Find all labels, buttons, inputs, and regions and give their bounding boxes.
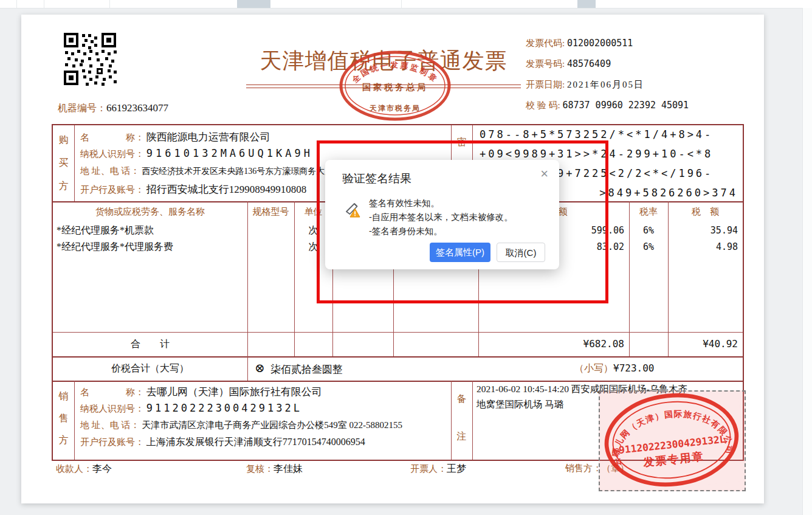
invoice-date-row: 开票日期: 2021年06月05日 [526, 79, 644, 91]
remark-side-label: 注 [451, 430, 472, 443]
invoice-check-row: 校 验 码: 68737 09960 22392 45091 [526, 100, 689, 111]
toolbar-separator [109, 0, 110, 8]
remark-side-label: 备 [451, 393, 472, 406]
seller-address-value: 天津市武清区京津电子商务产业园综合办公楼549室 022-58802155 [142, 420, 402, 430]
seller-bank-value: 上海浦东发展银行天津浦顺支行77170154740006954 [146, 437, 365, 447]
invoice-number-value: 48576409 [567, 58, 611, 69]
buyer-name-row: 名 称： 陕西能源电力运营有限公司 [80, 130, 270, 144]
buyer-name-label: 名 称： [80, 133, 144, 142]
divider [472, 381, 473, 460]
col-header-name: 货物或应税劳务、服务名称 [53, 206, 247, 218]
invoice-code-value: 012002000511 [567, 38, 633, 49]
sum-small-value: ¥723.00 [613, 362, 654, 374]
divider [53, 381, 743, 382]
close-icon[interactable]: × [540, 167, 548, 181]
item-tax-rate: 6% [629, 241, 668, 252]
tax-bureau-stamp: 全国统一发票监制章 国家税务总局 天津市税务局 [337, 49, 453, 122]
toolbar-separator [401, 0, 402, 8]
top-toolbar-strip [0, 0, 812, 9]
buyer-address-label: 地 址、电 话： [80, 166, 140, 176]
machine-number: 机器编号：661923634077 [58, 102, 168, 115]
toolbar-fragment [577, 0, 596, 8]
item-tax: 35.94 [668, 225, 738, 236]
dialog-message: -自应用本签名以来，文档未被修改。 [369, 212, 513, 223]
divider [74, 381, 75, 460]
dialog-message: -签名者身份未知。 [369, 226, 442, 237]
signature-verification-dialog: 验证签名结果 × 签名有效性未知。 -自应用本签名以来，文档未被修改。 -签名者… [325, 160, 559, 269]
drawer-row: 开票人：王梦 [410, 463, 466, 475]
signature-properties-button[interactable]: 签名属性(P) [430, 243, 490, 262]
col-header-spec: 规格型号 [247, 206, 294, 218]
divider [53, 356, 743, 358]
invoice-code-row: 发票代码: 012002000511 [526, 38, 633, 49]
seller-address-row: 地 址、电 话： 天津市武清区京津电子商务产业园综合办公楼549室 022-58… [80, 420, 402, 431]
svg-text:全国统一发票监制章: 全国统一发票监制章 [350, 60, 440, 85]
buyer-taxid-label: 纳税人识别号： [80, 149, 144, 159]
seller-bank-label: 开户行及账号： [80, 437, 144, 447]
password-line: 078--8+5*573252/*<*1/4+8>4- [480, 128, 738, 140]
seller-taxid-label: 纳税人识别号： [80, 404, 144, 413]
total-amount: ¥682.08 [478, 338, 624, 350]
buyer-side-label: 购 [53, 134, 74, 147]
toolbar-separator [44, 0, 44, 8]
payee-value: 李今 [92, 463, 112, 474]
divider [247, 201, 248, 381]
invoice-number-row: 发票号码: 48576409 [526, 58, 611, 70]
buyer-bank-label: 开户行及账号： [80, 185, 144, 195]
invoice-date-value: 2021年06月05日 [567, 80, 644, 89]
item-tax: 4.98 [668, 241, 738, 252]
divider [53, 332, 743, 333]
total-label: 合 计 [53, 338, 247, 351]
payee-row: 收款人：李今 [56, 463, 112, 475]
col-header-taxrate: 税率 [629, 206, 668, 218]
buyer-bank-row: 开户行及账号： 招行西安城北支行129908949910808 [80, 182, 306, 196]
buyer-taxid-row: 纳税人识别号： 91610132MA6UQ1KA9H [80, 147, 313, 160]
stamp-city-text: 天津市税务局 [369, 104, 421, 112]
invoice-check-label: 校 验 码: [526, 100, 560, 110]
item-name: *经纪代理服务*机票款 [57, 224, 154, 237]
seller-name-row: 名 称： 去哪儿网（天津）国际旅行社有限公司 [80, 385, 322, 399]
toolbar-fragment [237, 0, 270, 8]
sum-words-label: 价税合计（大写） [53, 362, 247, 375]
scrollbar-track[interactable] [802, 8, 812, 515]
invoice-date-label: 开票日期: [526, 80, 565, 89]
cancel-button[interactable]: 取消(C) [497, 243, 545, 262]
qr-code [63, 32, 117, 86]
drawer-value: 王梦 [447, 463, 466, 474]
dialog-message: 签名有效性未知。 [369, 198, 439, 209]
sum-words-value: 柒佰贰拾叁圆整 [270, 362, 343, 376]
reviewer-label: 复核： [246, 464, 274, 474]
buyer-name-value: 陕西能源电力运营有限公司 [146, 131, 270, 143]
buyer-taxid-value: 91610132MA6UQ1KA9H [146, 147, 313, 159]
machine-number-value: 661923634077 [106, 102, 168, 114]
seller-side-label: 方 [53, 434, 74, 447]
invoice-code-label: 发票代码: [526, 38, 565, 48]
seller-name-value: 去哪儿网（天津）国际旅行社有限公司 [146, 386, 322, 398]
toolbar-separator [16, 0, 17, 8]
sum-small-label: （小写） [574, 363, 613, 373]
dialog-title: 验证签名结果 [342, 171, 411, 187]
company-seal: 去哪儿网（天津）国际旅行社有限公司 91120222300429132L 发票专… [596, 385, 747, 496]
item-name: *经纪代理服务*代理服务费 [57, 241, 173, 254]
buyer-side-label: 方 [53, 180, 74, 193]
reviewer-value: 李佳妹 [274, 463, 303, 474]
buyer-bank-value: 招行西安城北支行129908949910808 [146, 184, 307, 195]
company-seal-area: 去哪儿网（天津）国际旅行社有限公司 91120222300429132L 发票专… [599, 390, 746, 491]
buyer-side-label: 买 [53, 157, 74, 170]
seller-side-label: 销 [53, 390, 74, 403]
invoice-number-label: 发票号码: [526, 59, 565, 69]
seller-bank-row: 开户行及账号： 上海浦东发展银行天津浦顺支行77170154740006954 [80, 436, 365, 449]
drawer-label: 开票人： [410, 464, 447, 474]
seal-taxid-text: 91120222300429132L [618, 434, 726, 456]
seller-taxid-row: 纳税人识别号： 91120222300429132L [80, 402, 302, 415]
sum-small-row: （小写）¥723.00 [574, 362, 654, 375]
stamp-arc-text: 全国统一发票监制章 [350, 60, 440, 85]
seller-name-label: 名 称： [80, 387, 144, 397]
stamp-org-text: 国家税务总局 [362, 82, 428, 92]
col-header-tax: 税 额 [668, 206, 743, 218]
seller-side-label: 售 [53, 412, 74, 425]
machine-number-label: 机器编号： [58, 103, 106, 113]
item-tax-rate: 6% [629, 225, 668, 236]
seller-address-label: 地 址、电 话： [80, 420, 140, 430]
invoice-check-value: 68737 09960 22392 45091 [562, 100, 689, 111]
